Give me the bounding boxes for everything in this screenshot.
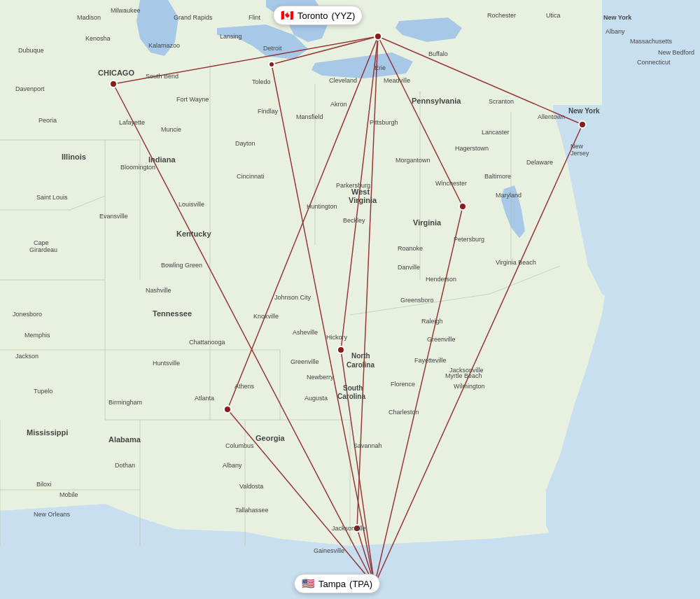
svg-text:Maryland: Maryland [496,192,522,199]
svg-point-44 [224,406,231,413]
svg-text:Pittsburgh: Pittsburgh [370,119,398,126]
svg-text:Memphis: Memphis [24,332,50,339]
svg-text:Toledo: Toledo [252,78,271,85]
tampa-airport-label[interactable]: 🇺🇸 Tampa (TPA) [294,574,380,593]
svg-text:New York: New York [603,14,632,21]
svg-text:South Bend: South Bend [146,73,178,80]
svg-text:Tallahassee: Tallahassee [235,507,269,514]
svg-text:Biloxi: Biloxi [36,481,52,488]
svg-text:Hickory: Hickory [326,334,348,341]
svg-text:Baltimore: Baltimore [484,173,511,180]
svg-text:CHICAGO: CHICAGO [98,69,134,77]
tampa-airport-text: Tampa [318,579,346,589]
svg-text:Virginia: Virginia [349,196,377,204]
svg-text:Meadville: Meadville [384,77,410,84]
svg-text:New York: New York [568,107,600,115]
svg-text:Allentown: Allentown [538,113,565,120]
svg-text:Alabama: Alabama [108,435,141,444]
svg-text:Kentucky: Kentucky [176,230,211,238]
svg-text:Louisville: Louisville [178,201,204,208]
svg-point-39 [579,121,586,128]
toronto-airport-label[interactable]: 🇨🇦 Toronto (YYZ) [273,6,363,25]
map-container: Madison Milwaukee Grand Rapids Flint Roc… [0,0,700,599]
svg-text:Greenville: Greenville [427,336,456,343]
svg-text:Massachusetts: Massachusetts [630,38,673,45]
svg-text:Beckley: Beckley [343,217,365,224]
svg-text:Detroit: Detroit [263,45,282,52]
svg-text:Kenosha: Kenosha [85,35,111,42]
svg-point-43 [337,346,344,353]
svg-text:Lancaster: Lancaster [482,129,510,136]
svg-text:Augusta: Augusta [304,395,328,402]
svg-text:Pennsylvania: Pennsylvania [412,97,461,105]
svg-text:Greenville: Greenville [290,358,319,365]
svg-text:Dothan: Dothan [115,462,135,469]
svg-text:Saint Louis: Saint Louis [36,194,68,201]
svg-text:Morgantown: Morgantown [396,157,430,164]
svg-text:Newberry: Newberry [307,374,334,381]
svg-text:Valdosta: Valdosta [239,483,263,490]
svg-text:Carolina: Carolina [346,361,374,369]
svg-text:Bowling Green: Bowling Green [161,262,202,269]
svg-text:Mansfield: Mansfield [296,113,323,120]
svg-text:Charleston: Charleston [388,409,419,416]
svg-text:Lansing: Lansing [220,33,242,40]
usa-flag-icon: 🇺🇸 [302,577,315,590]
svg-text:Knoxville: Knoxville [253,313,279,320]
svg-text:Birmingham: Birmingham [108,399,142,406]
svg-text:Fayetteville: Fayetteville [414,357,447,364]
toronto-airport-code: (YYZ) [331,10,355,21]
svg-text:Wilmington: Wilmington [454,383,485,390]
svg-text:Jackson: Jackson [15,353,38,360]
svg-text:Milwaukee: Milwaukee [111,7,141,14]
svg-text:Jersey: Jersey [570,150,589,157]
svg-text:Grand Rapids: Grand Rapids [174,14,213,21]
svg-text:Raleigh: Raleigh [421,318,443,325]
svg-text:Connecticut: Connecticut [637,59,671,66]
svg-text:Illinois: Illinois [62,153,86,161]
svg-text:Myrtle Beach: Myrtle Beach [445,372,482,379]
svg-text:North: North [351,352,370,360]
svg-text:Madison: Madison [77,14,101,21]
svg-text:Lafayette: Lafayette [119,119,145,126]
svg-text:Georgia: Georgia [255,434,285,442]
svg-text:Cape: Cape [34,239,49,246]
svg-text:Columbus: Columbus [225,442,254,449]
svg-text:Atlanta: Atlanta [195,395,214,402]
svg-text:Flint: Flint [248,14,261,21]
svg-text:Gainesville: Gainesville [314,547,344,554]
svg-text:Mississippi: Mississippi [27,428,68,437]
svg-text:Asheville: Asheville [293,329,318,336]
svg-point-37 [374,33,382,40]
svg-text:Chattanooga: Chattanooga [189,339,225,346]
svg-text:Roanoke: Roanoke [398,245,423,252]
svg-text:Buffalo: Buffalo [428,50,448,57]
svg-text:New: New [570,143,584,150]
svg-text:Johnson City: Johnson City [274,294,312,301]
svg-text:Cleveland: Cleveland [329,77,357,84]
svg-text:Henderson: Henderson [426,276,456,283]
svg-text:Erie: Erie [374,64,386,71]
svg-text:Bloomington: Bloomington [120,164,155,171]
toronto-airport-text: Toronto [298,10,328,21]
svg-text:Fort Wayne: Fort Wayne [176,96,209,103]
svg-point-41 [269,62,274,67]
svg-text:Huntsville: Huntsville [153,360,180,367]
svg-text:Tennessee: Tennessee [153,309,192,318]
svg-text:Danville: Danville [398,264,420,271]
svg-text:Albany: Albany [223,462,242,469]
svg-text:New Bedford: New Bedford [658,49,694,56]
svg-text:Jacksonville: Jacksonville [332,525,366,532]
svg-text:Mobile: Mobile [59,491,78,498]
svg-text:Akron: Akron [330,101,347,108]
svg-text:Virginia: Virginia [413,218,442,227]
svg-text:Kalamazoo: Kalamazoo [148,42,180,49]
svg-point-40 [110,80,117,87]
svg-text:Findlay: Findlay [258,108,279,115]
svg-text:Petersburg: Petersburg [454,236,484,243]
canada-flag-icon: 🇨🇦 [281,9,294,22]
svg-text:Dayton: Dayton [235,140,255,147]
tampa-airport-code: (TPA) [349,579,372,589]
svg-text:Albany: Albany [606,28,625,35]
svg-point-42 [459,203,466,210]
